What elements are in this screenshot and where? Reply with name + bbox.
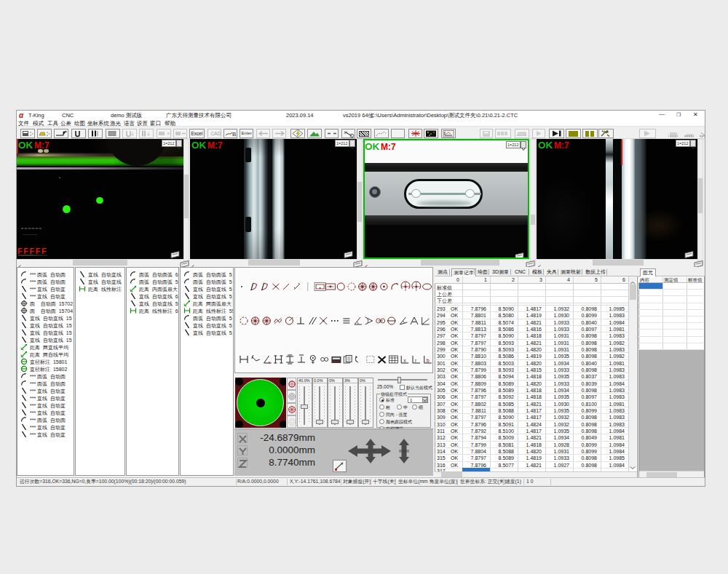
svg-text:B: B	[232, 131, 236, 137]
svg-text:x: x	[403, 358, 406, 363]
svg-text:x: x	[269, 360, 271, 364]
svg-text:b: b	[427, 358, 430, 363]
svg-text:r: r	[415, 358, 417, 363]
